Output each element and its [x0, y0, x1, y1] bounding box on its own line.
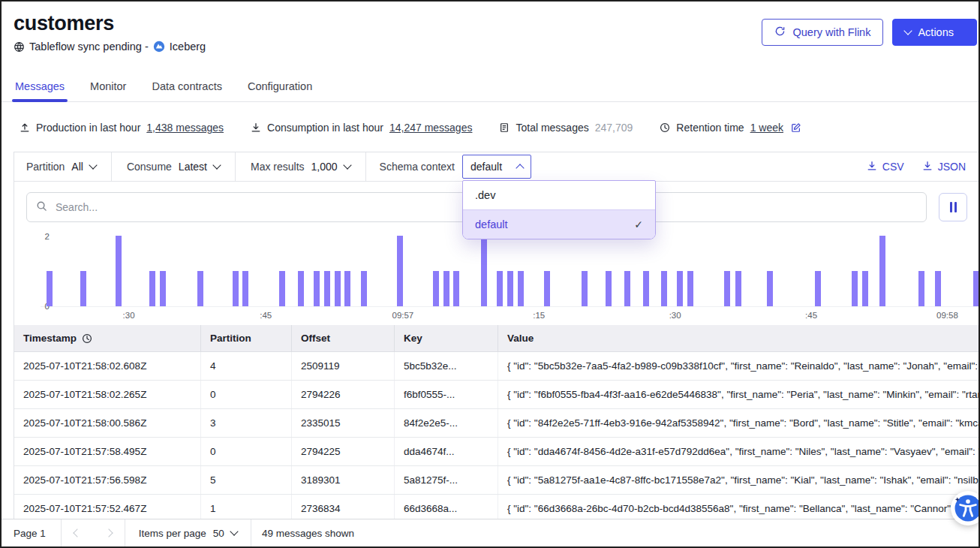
column-label: Value [507, 333, 534, 344]
upload-icon [20, 122, 30, 133]
chart-bar [298, 271, 304, 306]
consume-filter[interactable]: Consume Latest [112, 152, 235, 181]
chart-bar [361, 271, 367, 306]
pause-button[interactable] [939, 193, 967, 221]
chevron-down-icon [904, 26, 912, 35]
cell-value: { "id": "5bc5b32e-7aa5-4fa2-b989-c09b338… [498, 352, 980, 381]
table-row[interactable]: 2025-07-10T21:58:00.586Z3233501584f2e2e5… [14, 409, 979, 438]
json-label: JSON [938, 161, 966, 173]
table-row[interactable]: 2025-07-10T21:57:56.598Z531893015a81275f… [14, 466, 979, 495]
chart-bar [973, 271, 979, 306]
x-axis-ticks: :30:4509:57:15:30:4509:58 [41, 307, 979, 324]
chart-bar [935, 271, 941, 306]
cell-key: f6bf0555-... [395, 381, 498, 409]
download-icon [867, 161, 877, 173]
cell-value: { "id": "f6bf0555-fba4-4f3f-aa16-e62de54… [498, 381, 980, 409]
flink-query-icon [774, 26, 786, 39]
edit-icon[interactable] [791, 122, 801, 133]
partition-filter-label: Partition [26, 161, 65, 173]
csv-label: CSV [882, 161, 904, 173]
download-json-link[interactable]: JSON [922, 161, 966, 173]
x-tick-label: :45 [260, 311, 272, 320]
search-icon [36, 200, 47, 215]
option-label: default [475, 218, 508, 230]
table-row[interactable]: 2025-07-10T21:57:58.495Z02794225dda4674f… [14, 438, 979, 466]
cell-timestamp: 2025-07-10T21:57:56.598Z [14, 466, 201, 495]
y-axis-max-label: 2 [39, 232, 50, 241]
chart-bar [643, 271, 649, 306]
stat-retention: Retention time1 week [660, 122, 801, 134]
table-row[interactable]: 2025-07-10T21:58:02.265Z02794226f6bf0555… [14, 381, 979, 409]
stat-value[interactable]: 1 week [750, 122, 783, 134]
cell-value: { "id": "84f2e2e5-71ff-4eb3-916e-942af53… [498, 409, 980, 438]
download-icon [922, 161, 933, 173]
chart-bar [507, 271, 513, 306]
tab-configuration[interactable]: Configuration [246, 74, 314, 101]
throughput-chart: 2 0 :30:4509:57:15:30:4509:58 [29, 236, 979, 324]
page-indicator: Page 1 [2, 528, 61, 539]
chart-bar [497, 271, 503, 306]
items-per-page-label: Items per page [139, 528, 206, 539]
chart-bar [453, 271, 459, 306]
chart-bar [879, 236, 885, 306]
chevron-down-icon [212, 161, 221, 169]
column-header: Offset [301, 333, 385, 344]
x-tick-label: :15 [533, 311, 545, 320]
tab-monitor[interactable]: Monitor [89, 74, 128, 101]
topic-subtitle: Tableflow sync pending - Iceberg [14, 41, 206, 53]
chart-bar [518, 271, 524, 306]
stat-value: 247,709 [595, 122, 633, 134]
query-with-flink-button[interactable]: Query with Flink [762, 19, 883, 46]
col-key[interactable]: Key [395, 325, 498, 352]
column-label: Offset [301, 333, 330, 344]
cell-timestamp: 2025-07-10T21:58:00.586Z [14, 409, 201, 438]
table-row[interactable]: 2025-07-10T21:58:02.608Z425091195bc5b32e… [14, 352, 979, 381]
max-results-filter-value: 1,000 [311, 161, 338, 173]
stat-label: Retention time [676, 122, 744, 134]
x-tick-label: :30 [123, 311, 135, 320]
cell-offset: 2794226 [292, 381, 395, 409]
tab-bar: MessagesMonitorData contractsConfigurati… [2, 74, 978, 102]
chart-bar [116, 236, 122, 306]
chart-bar [197, 271, 203, 306]
chart-bar [242, 271, 248, 306]
chart-bar [606, 271, 612, 306]
schema-context-select[interactable]: default .devdefault✓ [462, 155, 531, 179]
next-page-button[interactable] [93, 519, 125, 546]
col-partition[interactable]: Partition [201, 325, 292, 352]
chart-bar [724, 271, 730, 306]
col-value[interactable]: Value [498, 325, 980, 352]
cell-key: 5a81275f-... [395, 466, 498, 495]
col-offset[interactable]: Offset [292, 325, 395, 352]
prev-page-button[interactable] [62, 519, 93, 546]
cell-key: 5bc5b32e... [395, 352, 498, 381]
tab-data-contracts[interactable]: Data contracts [150, 74, 224, 101]
actions-button[interactable]: Actions [892, 19, 977, 46]
stat-label: Consumption in last hour [267, 122, 383, 134]
iceberg-icon [153, 41, 165, 53]
max-results-filter-label: Max results [251, 161, 305, 173]
col-timestamp[interactable]: Timestamp [14, 325, 201, 352]
chart-bar [862, 271, 868, 306]
items-per-page-value: 50 [213, 528, 224, 539]
chevron-up-icon [516, 164, 524, 172]
download-csv-link[interactable]: CSV [867, 161, 904, 173]
chevron-down-icon [343, 161, 351, 169]
accessibility-widget-button[interactable] [951, 491, 980, 525]
partition-filter[interactable]: Partition All [26, 152, 111, 181]
schema-option-dev[interactable]: .dev [463, 181, 655, 209]
max-results-filter[interactable]: Max results 1,000 [236, 152, 365, 181]
tab-messages[interactable]: Messages [14, 74, 66, 101]
items-per-page-select[interactable]: Items per page 50 [125, 519, 251, 546]
schema-option-default[interactable]: default✓ [463, 209, 655, 239]
cell-offset: 3189301 [292, 466, 395, 495]
chart-bar [324, 271, 330, 306]
stat-value[interactable]: 14,247 messages [389, 122, 473, 134]
stat-value[interactable]: 1,438 messages [146, 122, 224, 134]
chart-bar [397, 236, 403, 306]
chart-plot-area: 2 0 [41, 236, 979, 307]
chevron-right-icon [104, 528, 113, 537]
cell-partition: 3 [201, 409, 292, 438]
column-label: Timestamp [23, 333, 77, 344]
table-body: 2025-07-10T21:58:02.608Z425091195bc5b32e… [14, 352, 979, 523]
